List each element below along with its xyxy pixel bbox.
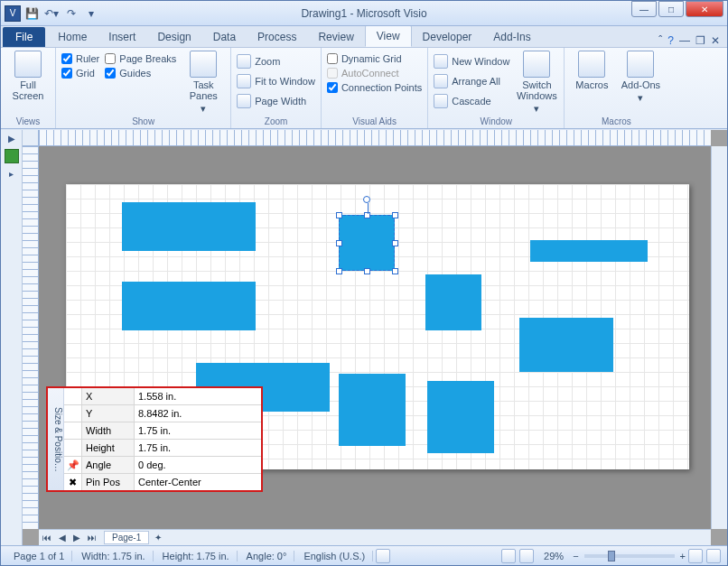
horizontal-ruler[interactable] [39,130,711,146]
next-page-button[interactable]: ▶ [70,533,84,543]
sp-row-label: Height [82,440,135,456]
size-position-title[interactable]: Size & Positio… [48,388,64,490]
undo-icon[interactable]: ↶▾ [42,5,61,23]
ribbon-minimize-icon[interactable]: ˆ [658,34,662,47]
page-breaks-checkbox[interactable]: Page Breaks [105,53,176,64]
last-page-button[interactable]: ⏭ [84,533,100,543]
first-page-button[interactable]: ⏮ [39,533,55,543]
tab-developer[interactable]: Developer [412,27,483,47]
mdi-close-icon[interactable]: ✕ [711,34,720,47]
presentation-mode-icon[interactable] [501,549,516,563]
tab-view[interactable]: View [365,25,412,47]
dynamic-grid-checkbox[interactable]: Dynamic Grid [327,53,422,64]
sp-row-value[interactable]: 0 deg. [135,457,261,473]
status-language[interactable]: English (U.S.) [296,551,373,561]
resize-handle[interactable] [364,268,370,274]
group-window: New Window Arrange All Cascade Switch Wi… [428,48,565,128]
shape[interactable] [339,374,406,446]
page-switch-icon[interactable] [519,549,534,563]
file-tab[interactable]: File [3,27,45,47]
shape[interactable] [122,202,256,251]
selected-shape[interactable] [339,215,395,271]
shape[interactable] [122,282,256,330]
expand-shapes-icon[interactable]: ▶ [8,134,15,144]
page-width-button[interactable]: Page Width [237,93,315,109]
fit-window-button[interactable]: Fit to Window [237,73,315,89]
fit-window-icon [237,74,251,88]
vertical-scrollbar[interactable] [711,146,727,529]
page-tab[interactable]: Page-1 [104,531,149,544]
resize-handle[interactable] [392,268,398,274]
status-angle: Angle: 0° [239,551,295,561]
task-panes-button[interactable]: Task Panes▾ [182,51,225,114]
sp-row-x[interactable]: X1.558 in. [64,388,261,405]
zoom-in-button[interactable]: + [680,551,686,561]
shape[interactable] [519,318,613,372]
arrange-all-button[interactable]: Arrange All [434,73,509,89]
prev-page-button[interactable]: ◀ [55,533,70,543]
tab-addins[interactable]: Add-Ins [482,27,541,47]
resize-handle[interactable] [392,240,398,246]
fit-page-icon[interactable] [688,549,703,563]
app-icon[interactable]: V [5,5,21,22]
group-show: Ruler Grid Page Breaks Guides Task Panes… [56,48,231,128]
tab-data[interactable]: Data [202,27,247,47]
sp-row-value[interactable]: Center-Center [135,474,261,490]
sp-row-value[interactable]: 1.75 in. [135,440,261,456]
mdi-restore-icon[interactable]: ❐ [695,34,705,47]
resize-handle[interactable] [392,212,398,218]
macro-record-icon[interactable] [376,549,390,563]
switch-windows-button[interactable]: Switch Windows▾ [515,51,558,114]
ruler-checkbox[interactable]: Ruler [61,53,99,64]
cascade-button[interactable]: Cascade [434,93,509,109]
insert-page-button[interactable]: ✦ [149,533,167,543]
quick-access-toolbar: 💾 ↶▾ ↷ ▾ [23,5,100,23]
sp-row-height[interactable]: Height1.75 in. [64,440,261,457]
vertical-ruler[interactable] [23,146,39,529]
close-button[interactable]: ✕ [686,1,723,17]
guides-checkbox[interactable]: Guides [105,68,176,79]
sp-row-y[interactable]: Y8.8482 in. [64,405,261,422]
sp-row-value[interactable]: 1.75 in. [135,422,261,439]
grid-checkbox[interactable]: Grid [61,68,99,79]
sp-row-value[interactable]: 1.558 in. [135,388,261,404]
addons-button[interactable]: Add-Ons▾ [619,51,662,103]
size-position-window[interactable]: Size & Positio… X1.558 in.Y8.8482 in.Wid… [46,386,263,492]
tab-home[interactable]: Home [47,27,98,47]
shape[interactable] [427,381,494,453]
resize-handle[interactable] [336,240,342,246]
qat-customize-icon[interactable]: ▾ [82,5,100,23]
status-zoom-level[interactable]: 29% [537,551,571,561]
maximize-button[interactable]: □ [658,1,684,17]
shape[interactable] [530,240,648,262]
autoconnect-checkbox[interactable]: AutoConnect [327,68,422,79]
mdi-minimize-icon[interactable]: — [679,34,690,47]
macros-button[interactable]: Macros [570,51,613,90]
zoom-slider[interactable] [584,554,675,558]
sp-row-angle[interactable]: 📌Angle0 deg. [64,457,261,474]
zoom-out-button[interactable]: − [573,551,578,561]
help-icon[interactable]: ? [667,34,674,47]
full-screen-button[interactable]: Full Screen [6,51,50,101]
tab-process[interactable]: Process [247,27,307,47]
sp-row-pin-pos[interactable]: ✖Pin PosCenter-Center [64,474,261,490]
connection-points-checkbox[interactable]: Connection Points [327,82,422,93]
tab-review[interactable]: Review [307,27,364,47]
shapes-pane-collapsed[interactable]: ▶ ▸ [1,130,23,545]
shapes-dropdown-icon[interactable]: ▸ [9,169,14,179]
tab-design[interactable]: Design [146,27,201,47]
full-screen-status-icon[interactable] [706,549,721,563]
redo-icon[interactable]: ↷ [62,5,80,23]
save-icon[interactable]: 💾 [23,5,41,23]
new-window-button[interactable]: New Window [434,53,509,70]
minimize-button[interactable]: — [631,1,657,17]
resize-handle[interactable] [336,212,342,218]
shapes-pane-icon[interactable] [5,149,19,163]
rotation-handle[interactable] [363,196,370,203]
resize-handle[interactable] [336,268,342,274]
sp-row-value[interactable]: 8.8482 in. [135,405,261,422]
tab-insert[interactable]: Insert [98,27,146,47]
shape[interactable] [425,274,481,330]
zoom-button[interactable]: Zoom [237,53,315,70]
sp-row-width[interactable]: Width1.75 in. [64,422,261,440]
